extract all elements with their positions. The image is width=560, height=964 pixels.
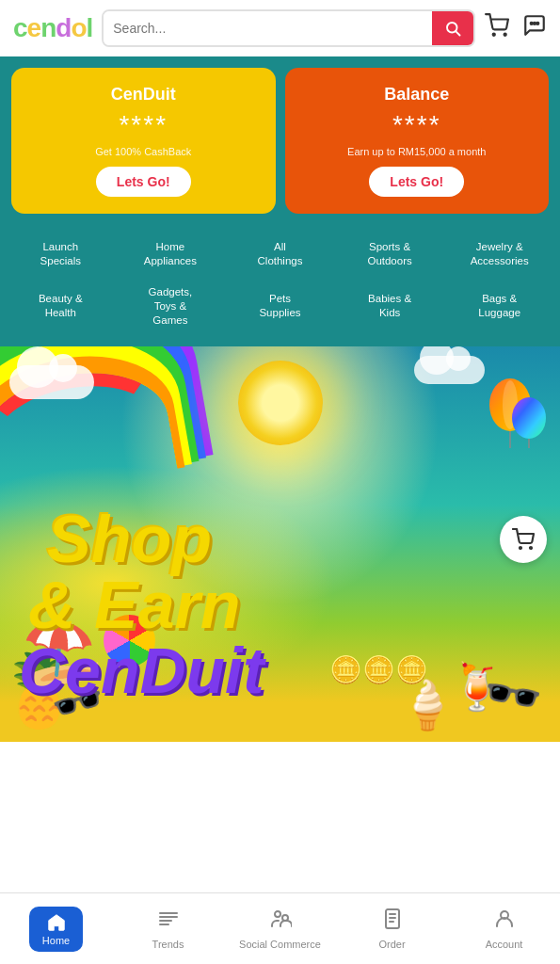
category-pets-supplies[interactable]: PetsSupplies (227, 280, 333, 333)
search-input[interactable] (104, 11, 432, 45)
app-logo: cendol (13, 13, 92, 43)
balance-card-subtitle: Earn up to RM15,000 a month (347, 146, 486, 157)
nav-label-social-commerce: Social Commerce (239, 939, 321, 950)
nav-item-social-commerce[interactable]: Social Commerce (224, 893, 336, 964)
svg-line-1 (456, 31, 459, 35)
category-all-clothings[interactable]: AllClothings (227, 234, 333, 274)
svg-point-18 (275, 911, 280, 917)
nav-label-trends: Trends (152, 939, 184, 950)
search-button[interactable] (432, 11, 473, 45)
order-icon (381, 908, 404, 936)
header: cendol (0, 0, 560, 56)
category-babies-kids[interactable]: Babies &Kids (337, 280, 443, 333)
social-commerce-icon (269, 908, 292, 936)
header-icons (485, 13, 547, 43)
cenduit-card-subtitle: Get 100% CashBack (95, 146, 191, 157)
banner-section: 🍍 ⛱️ 🕶️ 🍦 🕶️ 🪙🪙🪙 🍹 Shop & Earn CenDuit (0, 346, 560, 742)
banner-cart-button[interactable] (500, 516, 547, 563)
nav-item-account[interactable]: Account (448, 893, 560, 964)
svg-point-12 (520, 547, 521, 549)
nav-item-trends[interactable]: Trends (112, 893, 224, 964)
svg-point-2 (493, 34, 495, 36)
banner-text-cenduit: CenDuit (19, 638, 264, 702)
trends-icon (157, 908, 180, 936)
account-icon (493, 908, 516, 936)
nav-label-order: Order (378, 939, 405, 950)
balance-lets-go-button[interactable]: Lets Go! (369, 167, 464, 197)
cart-icon[interactable] (485, 13, 509, 43)
nav-label-account: Account (486, 939, 523, 950)
svg-point-13 (530, 547, 532, 549)
cards-section: CenDuit **** Get 100% CashBack Lets Go! … (0, 56, 560, 225)
category-bags-luggage[interactable]: Bags &Luggage (446, 280, 552, 333)
cenduit-lets-go-button[interactable]: Lets Go! (96, 167, 191, 197)
category-gadgets-toys-games[interactable]: Gadgets,Toys &Games (118, 280, 224, 333)
nav-label-home: Home (42, 935, 70, 946)
banner-rainbow-balloon (508, 394, 551, 454)
balance-card-title: Balance (384, 85, 449, 104)
bottom-nav: Home Trends Social Commerce (0, 892, 560, 964)
svg-point-10 (512, 397, 546, 439)
categories-section: LaunchSpecials HomeAppliances AllClothin… (0, 225, 560, 346)
banner-text-shop: Shop (47, 506, 212, 572)
category-beauty-health[interactable]: Beauty &Health (8, 280, 114, 333)
cenduit-card: CenDuit **** Get 100% CashBack Lets Go! (11, 68, 276, 214)
banner-cloud-right (414, 356, 485, 384)
category-sports-outdoors[interactable]: Sports &Outdoors (337, 234, 443, 274)
svg-point-3 (504, 34, 506, 36)
banner-text-earn: & Earn (28, 572, 241, 638)
banner-icecream: 🍦 (398, 678, 456, 732)
banner-coins: 🪙🪙🪙 (329, 654, 428, 685)
nav-item-home[interactable]: Home (0, 893, 112, 964)
chat-icon[interactable] (522, 13, 547, 43)
banner-sun (238, 361, 323, 445)
search-bar[interactable] (102, 9, 475, 47)
home-icon (46, 912, 67, 933)
category-jewelry-accessories[interactable]: Jewelry &Accessories (446, 234, 552, 274)
search-icon (444, 20, 461, 37)
balance-card-stars: **** (392, 110, 441, 140)
svg-point-6 (536, 23, 538, 24)
balance-card: Balance **** Earn up to RM15,000 a month… (285, 68, 550, 214)
nav-item-order[interactable]: Order (336, 893, 448, 964)
banner-sunglasses-right: 🕶️ (478, 664, 545, 728)
categories-grid: LaunchSpecials HomeAppliances AllClothin… (8, 234, 552, 333)
category-launch-specials[interactable]: LaunchSpecials (8, 234, 114, 274)
svg-point-4 (531, 23, 533, 24)
category-home-appliances[interactable]: HomeAppliances (118, 234, 224, 274)
banner-cloud-left (9, 365, 94, 399)
cenduit-card-stars: **** (119, 110, 168, 140)
svg-point-5 (534, 23, 536, 24)
cenduit-card-title: CenDuit (111, 85, 176, 104)
